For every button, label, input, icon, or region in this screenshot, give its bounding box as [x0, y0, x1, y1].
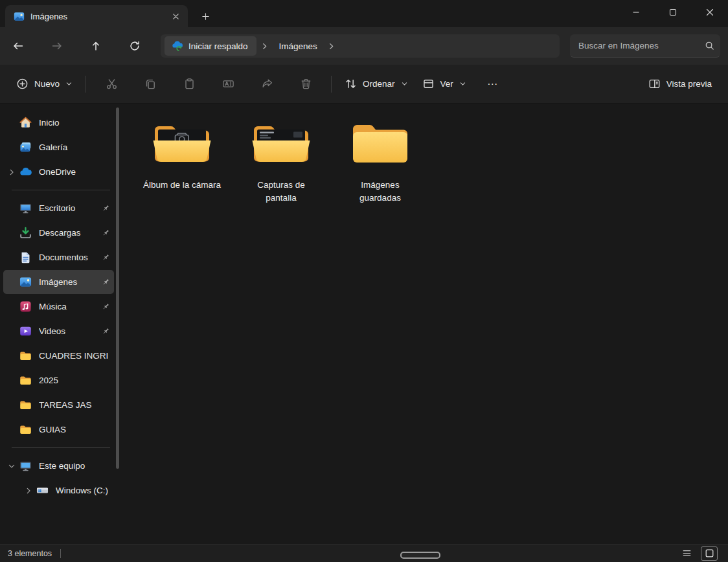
folder-icon: [19, 350, 32, 362]
search-box[interactable]: [570, 34, 720, 58]
sidebar-item-label: CUADRES INGRI: [39, 351, 113, 361]
delete-button[interactable]: [291, 72, 320, 96]
back-button[interactable]: [5, 34, 31, 58]
sidebar-divider: [12, 190, 110, 190]
view-button[interactable]: Ver: [415, 72, 473, 96]
status-divider: [60, 549, 61, 558]
chevron-right-icon[interactable]: [20, 487, 36, 495]
sidebar-scrollbar[interactable]: [116, 107, 119, 469]
folder-item-capturas-de-pantalla[interactable]: Capturas de pantalla: [233, 113, 329, 212]
sidebar-item-descargas[interactable]: Descargas: [3, 221, 114, 245]
sidebar-item-label: Imágenes: [39, 277, 98, 287]
pin-icon: [98, 204, 113, 213]
more-options-button[interactable]: …: [479, 72, 507, 96]
new-button[interactable]: Nuevo: [9, 72, 80, 96]
documents-icon: [19, 251, 32, 264]
folder-icon: [19, 374, 32, 387]
home-icon: [19, 117, 32, 129]
sidebar-item-inicio[interactable]: Inicio: [3, 111, 114, 135]
cut-button[interactable]: [97, 72, 126, 96]
sidebar-item-windows-c[interactable]: Windows (C:): [20, 478, 114, 502]
folder-item-imagenes-guardadas[interactable]: Imágenes guardadas: [332, 113, 428, 212]
folder-icon: [19, 423, 32, 436]
chevron-down-icon: [459, 80, 466, 87]
tab-close-icon[interactable]: [167, 8, 184, 25]
sort-button[interactable]: Ordenar: [337, 72, 415, 96]
sidebar-item-label: 2025: [39, 376, 113, 385]
breadcrumb-current[interactable]: Imágenes: [273, 36, 323, 56]
sidebar-item-label: Galería: [39, 142, 113, 152]
sidebar-item-label: Escritorio: [39, 203, 98, 213]
titlebar: Imágenes: [0, 0, 728, 27]
sidebar-item-cuadres-ingri[interactable]: CUADRES INGRI: [3, 344, 114, 368]
toolbar-divider: [85, 76, 86, 93]
up-button[interactable]: [83, 34, 109, 58]
pin-icon: [98, 229, 113, 238]
chevron-right-icon[interactable]: [3, 168, 19, 176]
search-icon[interactable]: [705, 41, 714, 51]
item-count: 3 elementos: [8, 549, 52, 558]
more-options-label: …: [487, 78, 499, 90]
sidebar-item-tareas-jas[interactable]: TAREAS JAS: [3, 393, 114, 417]
forward-button[interactable]: [44, 34, 70, 58]
sidebar-item-onedrive[interactable]: OneDrive: [3, 160, 114, 184]
sidebar-item-musica[interactable]: Música: [3, 295, 114, 319]
copy-button[interactable]: [136, 72, 165, 96]
bottom-scrollbar-pill[interactable]: [400, 552, 440, 559]
share-button[interactable]: [253, 72, 281, 96]
sidebar-item-label: Inicio: [39, 118, 113, 128]
window-controls: [617, 0, 728, 25]
sidebar-item-escritorio[interactable]: Escritorio: [3, 196, 114, 220]
navigation-bar: Iniciar respaldo Imágenes: [0, 27, 728, 65]
close-button[interactable]: [691, 0, 728, 25]
start-backup-label: Iniciar respaldo: [188, 41, 248, 51]
this-pc-icon: [19, 460, 32, 472]
folder-icon-camera-roll: [148, 115, 216, 172]
preview-button[interactable]: Vista previa: [641, 72, 719, 96]
status-bar: 3 elementos: [0, 544, 728, 562]
preview-button-label: Vista previa: [666, 79, 712, 89]
pin-icon: [98, 278, 113, 287]
toolbar-divider: [331, 76, 332, 93]
onedrive-sync-icon: [170, 39, 183, 52]
music-icon: [19, 300, 32, 313]
sidebar-item-label: TAREAS JAS: [39, 400, 113, 410]
plus-circle-icon: [16, 78, 28, 90]
folder-item-album-de-la-camara[interactable]: Álbum de la cámara: [134, 113, 230, 212]
sidebar-item-label: GUIAS: [39, 425, 113, 434]
command-bar: Nuevo Ordenar: [0, 65, 728, 104]
rename-button[interactable]: [214, 72, 242, 96]
preview-pane-icon: [648, 78, 661, 90]
maximize-button[interactable]: [654, 0, 691, 25]
sidebar-item-label: Videos: [39, 326, 98, 336]
new-tab-button[interactable]: [196, 6, 215, 26]
sidebar-item-imagenes[interactable]: Imágenes: [3, 270, 114, 294]
sidebar-item-este-equipo[interactable]: Este equipo: [3, 454, 114, 478]
refresh-button[interactable]: [122, 34, 148, 58]
folder-view[interactable]: Álbum de la cámara: [124, 104, 728, 544]
start-backup-button[interactable]: Iniciar respaldo: [165, 36, 256, 56]
desktop-icon: [19, 202, 32, 214]
pin-icon: [98, 253, 113, 262]
sidebar-item-galeria[interactable]: Galería: [3, 135, 114, 159]
thumbnails-view-button[interactable]: [701, 546, 718, 561]
pictures-icon: [19, 276, 32, 288]
search-input[interactable]: [578, 41, 705, 51]
paste-button[interactable]: [175, 72, 203, 96]
details-view-button[interactable]: [678, 546, 695, 561]
address-bar[interactable]: Iniciar respaldo Imágenes: [161, 34, 560, 58]
navigation-pane: Inicio Galería: [0, 104, 124, 544]
sidebar-item-label: Descargas: [39, 228, 98, 238]
folder-icon: [19, 399, 32, 411]
minimize-button[interactable]: [617, 0, 654, 25]
sidebar-item-label: OneDrive: [39, 167, 113, 177]
folder-icon-screenshots: [247, 115, 315, 172]
sidebar-item-videos[interactable]: Videos: [3, 319, 114, 343]
sidebar-item-documentos[interactable]: Documentos: [3, 245, 114, 269]
sidebar-item-guias[interactable]: GUIAS: [3, 418, 114, 442]
chevron-right-icon[interactable]: [256, 42, 273, 51]
chevron-right-icon[interactable]: [323, 42, 340, 51]
explorer-tab[interactable]: Imágenes: [5, 5, 188, 27]
chevron-down-icon[interactable]: [3, 462, 19, 470]
sidebar-item-2025[interactable]: 2025: [3, 368, 114, 392]
